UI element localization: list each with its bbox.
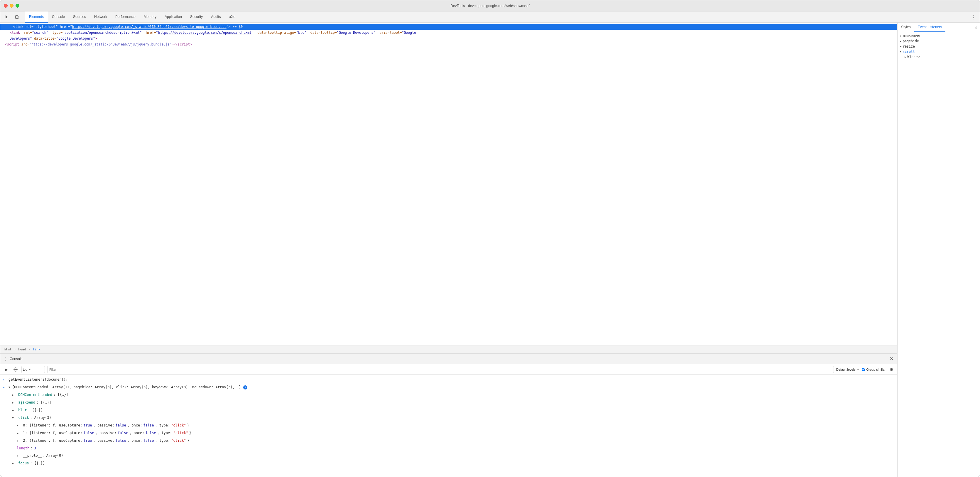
- dom-line-link1[interactable]: ... <link rel="stylesheet" href="https:/…: [0, 24, 897, 30]
- prop-value-ajaxsend: : [{…}]: [37, 399, 51, 405]
- context-selector[interactable]: top ▼: [21, 366, 45, 373]
- clear-button[interactable]: [12, 366, 19, 373]
- listener-pagehide[interactable]: ▶ pagehide: [900, 38, 977, 44]
- prop-domcontentloaded[interactable]: ▶ DOMContentLoaded : [{…}]: [0, 391, 897, 399]
- console-area: ⋮ Console ✕ ▶ top: [0, 353, 897, 477]
- click-item-0[interactable]: ▶ 0: {listener: f, useCapture: true, pas…: [0, 422, 897, 429]
- prop-name-focus: focus: [18, 460, 29, 466]
- click-item-2[interactable]: ▶ 2: {listener: f, useCapture: true, pas…: [0, 437, 897, 445]
- svg-rect-1: [18, 16, 19, 18]
- breadcrumb-head[interactable]: head: [17, 347, 27, 352]
- expand-triangle[interactable]: ▶: [12, 400, 14, 406]
- tab-performance[interactable]: Performance: [111, 11, 140, 22]
- tab-security[interactable]: Security: [186, 11, 207, 22]
- console-header: ⋮ Console ✕: [0, 354, 897, 364]
- console-input-text: getEventListeners(document);: [8, 376, 68, 383]
- tab-sources[interactable]: Sources: [69, 11, 90, 22]
- event-listeners-content: ▶ mouseover ▶ pagehide ▶ resize: [897, 32, 980, 477]
- prop-value-blur: : [{…}]: [28, 407, 43, 413]
- console-output-object[interactable]: ← ▼ {DOMContentLoaded: Array(1), pagehid…: [0, 384, 897, 391]
- expand-triangle[interactable]: ▶: [12, 407, 14, 413]
- attr-type: type=: [52, 30, 62, 35]
- opensearch-link[interactable]: https://developers.google.com/s/opensear…: [158, 30, 252, 35]
- prop-focus[interactable]: ▶ focus : [{…}]: [0, 459, 897, 467]
- listener-scroll[interactable]: ▶ scroll: [900, 49, 977, 54]
- devtools-window: DevTools - developers.google.com/web/sho…: [0, 0, 980, 477]
- stylesheet-link[interactable]: https://developers.google.com/_static/64…: [72, 25, 226, 29]
- jquery-link[interactable]: https://developers.google.com/_static/64…: [32, 42, 170, 46]
- execute-button[interactable]: ▶: [3, 366, 10, 373]
- more-tabs-button[interactable]: ⋮: [969, 13, 977, 21]
- expand-triangle[interactable]: ▶: [17, 423, 19, 429]
- expand-triangle[interactable]: ▶: [17, 430, 19, 436]
- listener-mouseover[interactable]: ▶ mouseover: [900, 33, 977, 38]
- tab-elements[interactable]: Elements: [25, 11, 48, 22]
- attr-rel2-val: "search": [32, 30, 48, 35]
- console-drag-handle[interactable]: ⋮: [3, 356, 8, 362]
- window-title: DevTools - developers.google.com/web/sho…: [450, 4, 529, 8]
- breadcrumb-link[interactable]: link: [32, 347, 42, 352]
- console-input-line: › getEventListeners(document);: [0, 376, 897, 384]
- click-proto[interactable]: ▶ __proto__: Array(0): [0, 452, 897, 459]
- tab-axe[interactable]: aXe: [225, 11, 239, 22]
- tab-styles[interactable]: Styles: [897, 22, 914, 32]
- tag-link: <link: [13, 24, 24, 29]
- expand-triangle[interactable]: ▶: [17, 453, 19, 459]
- close-button[interactable]: [4, 4, 8, 8]
- listener-resize[interactable]: ▶ resize: [900, 44, 977, 49]
- expand-triangle[interactable]: ▶: [12, 392, 14, 398]
- breadcrumb-html[interactable]: html: [3, 347, 13, 352]
- triangle-window: ▶: [905, 56, 906, 59]
- tab-memory[interactable]: Memory: [140, 11, 161, 22]
- cursor-icon[interactable]: [3, 13, 11, 21]
- levels-dropdown[interactable]: Default levels ▼: [836, 368, 859, 371]
- triangle-pagehide: ▶: [900, 40, 901, 43]
- console-settings-button[interactable]: ⚙: [888, 366, 895, 373]
- listener-scroll-window[interactable]: ▶ Window: [900, 54, 977, 60]
- prop-name-click: click: [18, 415, 29, 421]
- titlebar: DevTools - developers.google.com/web/sho…: [0, 0, 980, 11]
- tab-audits[interactable]: Audits: [207, 11, 225, 22]
- maximize-button[interactable]: [16, 4, 19, 8]
- listener-name-pagehide: pagehide: [902, 39, 919, 43]
- length-value: 3: [34, 445, 36, 451]
- styles-tabs: Styles Event Listeners »: [897, 22, 980, 32]
- tab-application[interactable]: Application: [161, 11, 186, 22]
- attr-rel: rel=: [25, 24, 33, 29]
- prop-value-focus: : [{…}]: [30, 460, 45, 466]
- console-input-arrow: ›: [3, 377, 7, 383]
- filter-input[interactable]: [47, 366, 834, 373]
- click-item-1[interactable]: ▶ 1: {listener: f, useCapture: false, pa…: [0, 429, 897, 437]
- expand-triangle[interactable]: ▶: [17, 438, 19, 444]
- device-icon[interactable]: [13, 13, 21, 21]
- attr-href2: href=: [146, 30, 156, 35]
- prop-ajaxsend[interactable]: ▶ ajaxSend : [{…}]: [0, 399, 897, 407]
- info-icon[interactable]: i: [243, 385, 247, 389]
- click-index-1: 1: {listener: f, useCapture:: [23, 430, 82, 436]
- devtools-panel: Elements Console Sources Network Perform…: [0, 11, 980, 477]
- console-toolbar: ▶ top ▼ Default: [0, 364, 897, 375]
- tab-network[interactable]: Network: [90, 11, 111, 22]
- expand-triangle[interactable]: ▶: [12, 461, 14, 466]
- tab-event-listeners[interactable]: Event Listeners: [914, 22, 946, 32]
- dom-line-link2[interactable]: <link rel="search" type="application/ope…: [0, 30, 897, 35]
- triangle-resize: ▶: [900, 45, 901, 48]
- attr-tooltip-align: data-tooltip-align=: [258, 30, 296, 35]
- prop-name-domcontentloaded: DOMContentLoaded: [18, 392, 52, 398]
- triangle-scroll: ▶: [899, 51, 902, 52]
- equals-sign: > == $0: [229, 24, 243, 29]
- attr-tooltip: data-tooltip=: [310, 30, 337, 35]
- collapse-triangle[interactable]: ▼: [12, 415, 14, 421]
- dom-line-script[interactable]: <script src="https://developers.google.c…: [0, 41, 897, 47]
- tab-console[interactable]: Console: [48, 11, 69, 22]
- prop-click-expanded[interactable]: ▼ click : Array(3): [0, 414, 897, 422]
- prop-blur[interactable]: ▶ blur : [{…}]: [0, 407, 897, 414]
- listener-name-mouseover: mouseover: [902, 34, 921, 38]
- console-close-button[interactable]: ✕: [888, 356, 895, 362]
- more-styles-tabs[interactable]: »: [972, 25, 980, 30]
- minimize-button[interactable]: [10, 4, 13, 8]
- length-label: length: [17, 445, 29, 451]
- group-similar-checkbox[interactable]: [862, 368, 865, 371]
- expand-triangle[interactable]: ▼: [8, 384, 10, 390]
- attr-type-val: "application/opensearchdescription+xml": [62, 30, 142, 35]
